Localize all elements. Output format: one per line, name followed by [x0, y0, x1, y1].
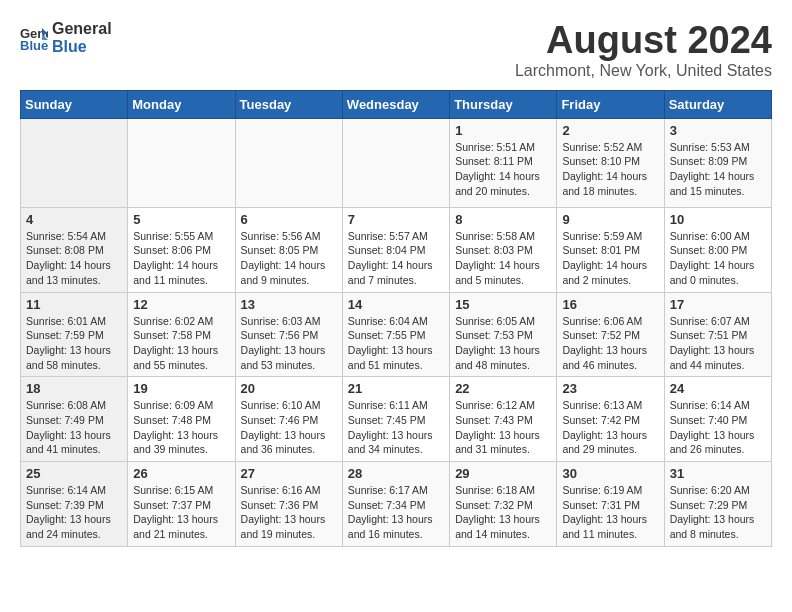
calendar-cell: 27Sunrise: 6:16 AM Sunset: 7:36 PM Dayli…: [235, 462, 342, 547]
calendar-week-row: 18Sunrise: 6:08 AM Sunset: 7:49 PM Dayli…: [21, 377, 772, 462]
day-info: Sunrise: 5:55 AM Sunset: 8:06 PM Dayligh…: [133, 229, 229, 288]
day-number: 10: [670, 212, 766, 227]
day-info: Sunrise: 6:16 AM Sunset: 7:36 PM Dayligh…: [241, 483, 337, 542]
day-info: Sunrise: 6:03 AM Sunset: 7:56 PM Dayligh…: [241, 314, 337, 373]
calendar-cell: 24Sunrise: 6:14 AM Sunset: 7:40 PM Dayli…: [664, 377, 771, 462]
day-info: Sunrise: 6:18 AM Sunset: 7:32 PM Dayligh…: [455, 483, 551, 542]
day-info: Sunrise: 5:52 AM Sunset: 8:10 PM Dayligh…: [562, 140, 658, 199]
day-number: 31: [670, 466, 766, 481]
day-number: 4: [26, 212, 122, 227]
day-info: Sunrise: 5:58 AM Sunset: 8:03 PM Dayligh…: [455, 229, 551, 288]
page-header: General Blue General Blue August 2024 La…: [20, 20, 772, 80]
weekday-header-friday: Friday: [557, 90, 664, 118]
day-info: Sunrise: 6:02 AM Sunset: 7:58 PM Dayligh…: [133, 314, 229, 373]
day-number: 20: [241, 381, 337, 396]
day-number: 24: [670, 381, 766, 396]
day-info: Sunrise: 6:20 AM Sunset: 7:29 PM Dayligh…: [670, 483, 766, 542]
day-number: 12: [133, 297, 229, 312]
calendar-cell: 17Sunrise: 6:07 AM Sunset: 7:51 PM Dayli…: [664, 292, 771, 377]
calendar-cell: 8Sunrise: 5:58 AM Sunset: 8:03 PM Daylig…: [450, 207, 557, 292]
day-info: Sunrise: 6:15 AM Sunset: 7:37 PM Dayligh…: [133, 483, 229, 542]
day-number: 11: [26, 297, 122, 312]
calendar-cell: 31Sunrise: 6:20 AM Sunset: 7:29 PM Dayli…: [664, 462, 771, 547]
calendar-cell: 11Sunrise: 6:01 AM Sunset: 7:59 PM Dayli…: [21, 292, 128, 377]
calendar-cell: 16Sunrise: 6:06 AM Sunset: 7:52 PM Dayli…: [557, 292, 664, 377]
day-number: 15: [455, 297, 551, 312]
calendar-header-row: SundayMondayTuesdayWednesdayThursdayFrid…: [21, 90, 772, 118]
day-info: Sunrise: 6:19 AM Sunset: 7:31 PM Dayligh…: [562, 483, 658, 542]
weekday-header-saturday: Saturday: [664, 90, 771, 118]
day-number: 3: [670, 123, 766, 138]
day-number: 22: [455, 381, 551, 396]
calendar-cell: 22Sunrise: 6:12 AM Sunset: 7:43 PM Dayli…: [450, 377, 557, 462]
day-info: Sunrise: 6:11 AM Sunset: 7:45 PM Dayligh…: [348, 398, 444, 457]
day-info: Sunrise: 6:10 AM Sunset: 7:46 PM Dayligh…: [241, 398, 337, 457]
calendar-week-row: 25Sunrise: 6:14 AM Sunset: 7:39 PM Dayli…: [21, 462, 772, 547]
day-number: 29: [455, 466, 551, 481]
day-info: Sunrise: 6:09 AM Sunset: 7:48 PM Dayligh…: [133, 398, 229, 457]
calendar-cell: 29Sunrise: 6:18 AM Sunset: 7:32 PM Dayli…: [450, 462, 557, 547]
day-info: Sunrise: 5:51 AM Sunset: 8:11 PM Dayligh…: [455, 140, 551, 199]
day-info: Sunrise: 6:17 AM Sunset: 7:34 PM Dayligh…: [348, 483, 444, 542]
day-number: 5: [133, 212, 229, 227]
logo-general-text: General: [52, 20, 112, 38]
calendar-cell: 28Sunrise: 6:17 AM Sunset: 7:34 PM Dayli…: [342, 462, 449, 547]
day-number: 21: [348, 381, 444, 396]
day-number: 27: [241, 466, 337, 481]
weekday-header-monday: Monday: [128, 90, 235, 118]
calendar-week-row: 4Sunrise: 5:54 AM Sunset: 8:08 PM Daylig…: [21, 207, 772, 292]
weekday-header-thursday: Thursday: [450, 90, 557, 118]
day-number: 2: [562, 123, 658, 138]
day-number: 30: [562, 466, 658, 481]
calendar-cell: 15Sunrise: 6:05 AM Sunset: 7:53 PM Dayli…: [450, 292, 557, 377]
day-number: 18: [26, 381, 122, 396]
calendar-cell: 12Sunrise: 6:02 AM Sunset: 7:58 PM Dayli…: [128, 292, 235, 377]
day-number: 13: [241, 297, 337, 312]
calendar-cell: 19Sunrise: 6:09 AM Sunset: 7:48 PM Dayli…: [128, 377, 235, 462]
calendar-cell: 3Sunrise: 5:53 AM Sunset: 8:09 PM Daylig…: [664, 118, 771, 207]
day-info: Sunrise: 6:05 AM Sunset: 7:53 PM Dayligh…: [455, 314, 551, 373]
day-info: Sunrise: 6:07 AM Sunset: 7:51 PM Dayligh…: [670, 314, 766, 373]
logo: General Blue General Blue: [20, 20, 112, 55]
calendar-cell: 25Sunrise: 6:14 AM Sunset: 7:39 PM Dayli…: [21, 462, 128, 547]
day-info: Sunrise: 6:04 AM Sunset: 7:55 PM Dayligh…: [348, 314, 444, 373]
weekday-header-wednesday: Wednesday: [342, 90, 449, 118]
day-info: Sunrise: 6:01 AM Sunset: 7:59 PM Dayligh…: [26, 314, 122, 373]
calendar-cell: 5Sunrise: 5:55 AM Sunset: 8:06 PM Daylig…: [128, 207, 235, 292]
day-info: Sunrise: 5:59 AM Sunset: 8:01 PM Dayligh…: [562, 229, 658, 288]
weekday-header-sunday: Sunday: [21, 90, 128, 118]
day-info: Sunrise: 6:14 AM Sunset: 7:39 PM Dayligh…: [26, 483, 122, 542]
calendar-cell: [21, 118, 128, 207]
calendar-cell: 13Sunrise: 6:03 AM Sunset: 7:56 PM Dayli…: [235, 292, 342, 377]
day-number: 25: [26, 466, 122, 481]
calendar-cell: 7Sunrise: 5:57 AM Sunset: 8:04 PM Daylig…: [342, 207, 449, 292]
calendar-table: SundayMondayTuesdayWednesdayThursdayFrid…: [20, 90, 772, 547]
calendar-cell: [342, 118, 449, 207]
day-info: Sunrise: 6:14 AM Sunset: 7:40 PM Dayligh…: [670, 398, 766, 457]
calendar-week-row: 11Sunrise: 6:01 AM Sunset: 7:59 PM Dayli…: [21, 292, 772, 377]
calendar-cell: [128, 118, 235, 207]
day-info: Sunrise: 6:00 AM Sunset: 8:00 PM Dayligh…: [670, 229, 766, 288]
day-number: 17: [670, 297, 766, 312]
svg-text:Blue: Blue: [20, 38, 48, 52]
logo-icon: General Blue: [20, 24, 48, 52]
day-number: 1: [455, 123, 551, 138]
calendar-cell: 30Sunrise: 6:19 AM Sunset: 7:31 PM Dayli…: [557, 462, 664, 547]
day-info: Sunrise: 5:56 AM Sunset: 8:05 PM Dayligh…: [241, 229, 337, 288]
calendar-cell: 20Sunrise: 6:10 AM Sunset: 7:46 PM Dayli…: [235, 377, 342, 462]
day-number: 28: [348, 466, 444, 481]
calendar-cell: 26Sunrise: 6:15 AM Sunset: 7:37 PM Dayli…: [128, 462, 235, 547]
day-info: Sunrise: 5:57 AM Sunset: 8:04 PM Dayligh…: [348, 229, 444, 288]
calendar-week-row: 1Sunrise: 5:51 AM Sunset: 8:11 PM Daylig…: [21, 118, 772, 207]
title-section: August 2024 Larchmont, New York, United …: [515, 20, 772, 80]
day-number: 6: [241, 212, 337, 227]
day-number: 16: [562, 297, 658, 312]
page-title: August 2024: [515, 20, 772, 62]
calendar-cell: 9Sunrise: 5:59 AM Sunset: 8:01 PM Daylig…: [557, 207, 664, 292]
day-number: 19: [133, 381, 229, 396]
page-subtitle: Larchmont, New York, United States: [515, 62, 772, 80]
calendar-cell: 14Sunrise: 6:04 AM Sunset: 7:55 PM Dayli…: [342, 292, 449, 377]
day-number: 26: [133, 466, 229, 481]
weekday-header-tuesday: Tuesday: [235, 90, 342, 118]
day-number: 9: [562, 212, 658, 227]
